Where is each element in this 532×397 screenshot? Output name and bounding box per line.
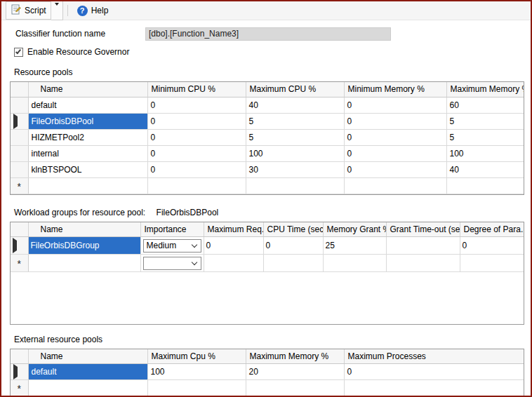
cell-min-mem[interactable]: 0 (344, 161, 446, 177)
column-header-name[interactable]: Name (28, 349, 147, 364)
cell-max-mem[interactable]: 60 (446, 97, 524, 113)
cell-min-mem[interactable]: 0 (344, 113, 446, 129)
column-header-grant-timeout[interactable]: Grant Time-out (sec) (386, 222, 460, 237)
column-header-importance[interactable]: Importance (140, 222, 204, 237)
classifier-function-label: Classifier function name (15, 29, 145, 39)
table-row[interactable]: internal 0 100 0 100 (11, 145, 524, 161)
new-row[interactable]: * (11, 380, 524, 396)
cell-min-cpu[interactable]: 0 (147, 129, 246, 145)
column-header-min-mem[interactable]: Minimum Memory % (344, 82, 446, 97)
cell-max-cpu[interactable]: 30 (246, 161, 344, 177)
row-selector[interactable] (11, 129, 28, 145)
row-selector[interactable] (11, 161, 28, 177)
cell-name[interactable]: FileOrbisDBPool (28, 113, 147, 129)
dialog-content: Classifier function name [dbo].[Function… (1, 20, 531, 397)
select-all-corner[interactable] (11, 349, 28, 364)
column-header-name[interactable]: Name (28, 82, 147, 97)
column-header-cpu-time[interactable]: CPU Time (sec) (263, 222, 323, 237)
column-header-max-requests[interactable]: Maximum Req... (204, 222, 263, 237)
script-button[interactable]: Script (6, 1, 51, 20)
table-row[interactable]: default 0 40 0 60 (11, 97, 524, 113)
column-header-max-mem[interactable]: Maximum Memory % (446, 82, 524, 97)
cell-max-processes[interactable] (344, 380, 524, 396)
cell-max-mem[interactable] (246, 380, 344, 396)
cell-min-cpu[interactable]: 0 (147, 97, 246, 113)
cell-max-mem[interactable]: 40 (446, 161, 524, 177)
cell-degree-parallelism[interactable] (460, 255, 524, 272)
row-selector[interactable] (11, 97, 28, 113)
cell-min-mem[interactable] (344, 177, 446, 194)
cell-min-cpu[interactable]: 0 (147, 161, 246, 177)
cell-cpu-time[interactable] (263, 255, 323, 272)
cell-min-mem[interactable]: 0 (344, 129, 446, 145)
cell-cpu-time[interactable]: 0 (263, 237, 323, 255)
cell-max-requests[interactable] (204, 255, 263, 272)
importance-select[interactable]: Medium (143, 239, 201, 253)
script-dropdown-button[interactable] (51, 1, 63, 20)
cell-name[interactable] (28, 255, 140, 272)
column-header-min-cpu[interactable]: Minimum CPU % (147, 82, 246, 97)
cell-degree-parallelism[interactable]: 0 (460, 237, 524, 255)
row-selector[interactable] (11, 364, 28, 380)
cell-min-cpu[interactable]: 0 (147, 113, 246, 129)
cell-name[interactable]: FileOrbisDBGroup (28, 237, 140, 255)
importance-select[interactable] (143, 257, 201, 270)
cell-name[interactable]: internal (28, 145, 147, 161)
cell-max-cpu[interactable]: 40 (246, 97, 344, 113)
enable-resource-governor-checkbox[interactable]: Enable Resource Governor (10, 46, 521, 58)
cell-max-mem[interactable] (446, 177, 524, 194)
cell-min-mem[interactable]: 0 (344, 145, 446, 161)
row-selector[interactable] (11, 113, 28, 129)
column-header-memory-grant[interactable]: Memory Grant % (323, 222, 386, 237)
column-header-max-cpu[interactable]: Maximum Cpu % (147, 349, 246, 364)
cell-max-requests[interactable]: 0 (204, 237, 263, 255)
cell-max-mem[interactable]: 5 (446, 113, 524, 129)
cell-name[interactable] (28, 380, 147, 396)
new-row-selector[interactable]: * (11, 380, 28, 396)
cell-grant-timeout[interactable] (386, 255, 460, 272)
help-button[interactable]: ? Help (72, 3, 114, 19)
table-row[interactable]: HIZMETPool2 0 5 0 5 (11, 129, 524, 145)
cell-name[interactable]: default (28, 364, 147, 380)
cell-max-cpu[interactable]: 100 (147, 364, 246, 380)
cell-name[interactable]: HIZMETPool2 (28, 129, 147, 145)
external-pools-header-row: Name Maximum Cpu % Maximum Memory % Maxi… (11, 349, 524, 364)
table-row[interactable]: klnBTSPOOL 0 30 0 40 (11, 161, 524, 177)
new-row-icon: * (13, 385, 25, 393)
cell-max-mem[interactable]: 100 (446, 145, 524, 161)
cell-name[interactable]: klnBTSPOOL (28, 161, 147, 177)
new-row-selector[interactable]: * (11, 177, 28, 194)
new-row-selector[interactable]: * (11, 255, 28, 272)
cell-name[interactable]: default (28, 97, 147, 113)
row-selector[interactable] (11, 145, 28, 161)
new-row[interactable]: * (11, 255, 524, 272)
table-row-selected[interactable]: FileOrbisDBPool 0 5 0 5 (11, 113, 524, 129)
table-row-selected[interactable]: default 100 20 0 (11, 364, 524, 380)
cell-max-processes[interactable]: 0 (344, 364, 524, 380)
column-header-max-cpu[interactable]: Maximum CPU % (246, 82, 344, 97)
cell-memory-grant[interactable]: 25 (323, 237, 386, 255)
column-header-degree-parallelism[interactable]: Degree of Para... (460, 222, 524, 237)
cell-max-mem[interactable]: 20 (246, 364, 344, 380)
row-selector[interactable] (11, 237, 28, 255)
column-header-max-processes[interactable]: Maximum Processes (344, 349, 524, 364)
cell-min-cpu[interactable] (147, 177, 246, 194)
cell-max-cpu[interactable] (147, 380, 246, 396)
cell-grant-timeout[interactable] (386, 237, 460, 255)
cell-min-cpu[interactable]: 0 (147, 145, 246, 161)
cell-min-mem[interactable]: 0 (344, 97, 446, 113)
table-row-selected[interactable]: FileOrbisDBGroup Medium 0 0 25 0 (11, 237, 524, 255)
cell-memory-grant[interactable] (323, 255, 386, 272)
classifier-function-input[interactable]: [dbo].[Function_Name3] (145, 27, 391, 41)
cell-max-cpu[interactable]: 5 (246, 129, 344, 145)
cell-max-cpu[interactable] (246, 177, 344, 194)
cell-max-cpu[interactable]: 5 (246, 113, 344, 129)
cell-max-mem[interactable]: 5 (446, 129, 524, 145)
select-all-corner[interactable] (11, 222, 28, 237)
new-row[interactable]: * (11, 177, 524, 194)
column-header-name[interactable]: Name (28, 222, 140, 237)
select-all-corner[interactable] (11, 82, 28, 97)
cell-max-cpu[interactable]: 100 (246, 145, 344, 161)
cell-name[interactable] (28, 177, 147, 194)
column-header-max-mem[interactable]: Maximum Memory % (246, 349, 344, 364)
